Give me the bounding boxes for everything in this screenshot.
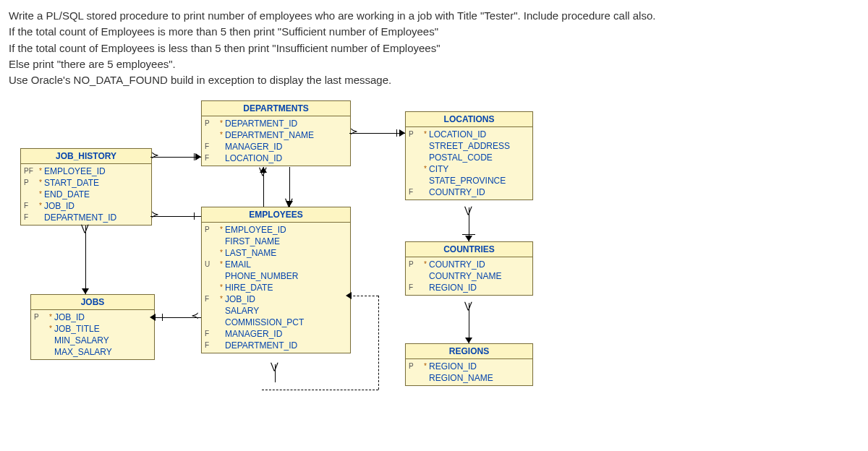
crowfoot-icon: ⋁ (285, 198, 293, 207)
mandatory-indicator: * (422, 361, 429, 372)
column-row: *LAST_NAME (202, 247, 350, 259)
column-name: JOB_ID (44, 200, 75, 212)
entity-body: P*COUNTRY_IDCOUNTRY_NAMEFREGION_ID (406, 257, 532, 295)
entity-title: DEPARTMENTS (202, 101, 350, 116)
column-name: HIRE_DATE (225, 282, 273, 293)
entity-title: COUNTRIES (406, 242, 532, 257)
key-indicator: F (409, 186, 422, 198)
entity-regions: REGIONS P*REGION_IDREGION_NAME (405, 343, 533, 386)
mandatory-indicator: * (218, 282, 225, 293)
arrow-icon (346, 292, 352, 299)
column-row: FMANAGER_ID (202, 141, 350, 153)
column-row: P*REGION_ID (406, 361, 532, 372)
entity-title: JOB_HISTORY (21, 149, 151, 164)
key-indicator: P (205, 118, 218, 129)
mandatory-indicator: * (218, 247, 225, 259)
column-name: EMPLOYEE_ID (225, 224, 286, 236)
column-row: SALARY (202, 305, 350, 317)
mandatory-indicator: * (37, 189, 44, 200)
column-row: *HIRE_DATE (202, 282, 350, 293)
connector (85, 226, 86, 294)
column-name: END_DATE (44, 189, 90, 200)
column-row: *DEPARTMENT_NAME (202, 129, 350, 141)
mandatory-indicator: * (37, 166, 44, 177)
column-row: P*START_DATE (21, 177, 151, 189)
entity-body: PF*EMPLOYEE_IDP*START_DATE*END_DATEF*JOB… (21, 164, 151, 225)
column-name: EMAIL (225, 259, 251, 270)
question-line: If the total count of Employees is more … (9, 25, 859, 39)
entity-countries: COUNTRIES P*COUNTRY_IDCOUNTRY_NAMEFREGIO… (405, 241, 533, 296)
entity-employees: EMPLOYEES P*EMPLOYEE_IDFIRST_NAME*LAST_N… (201, 207, 351, 353)
entity-jobs: JOBS P*JOB_ID*JOB_TITLEMIN_SALARYMAX_SAL… (30, 294, 155, 360)
column-row: PF*EMPLOYEE_ID (21, 166, 151, 177)
crowfoot-icon: ≻ (151, 151, 159, 160)
column-row: STREET_ADDRESS (406, 140, 532, 152)
arrow-icon (195, 153, 201, 160)
key-indicator: F (205, 153, 218, 164)
column-name: COUNTRY_ID (429, 259, 485, 270)
key-indicator: F (409, 282, 422, 293)
crowfoot-tick (396, 129, 397, 137)
column-name: REGION_ID (429, 282, 477, 293)
column-row: *JOB_TITLE (31, 323, 154, 335)
column-row: MAX_SALARY (31, 346, 154, 358)
mandatory-indicator: * (422, 259, 429, 270)
mandatory-indicator: * (47, 312, 54, 323)
arrow-icon (465, 236, 472, 241)
entity-title: EMPLOYEES (202, 207, 350, 223)
question-line: Else print "there are 5 employees". (9, 57, 859, 72)
key-indicator: PF (24, 166, 37, 177)
key-indicator: F (205, 141, 218, 153)
crowfoot-tick (194, 153, 195, 160)
entity-departments: DEPARTMENTS P*DEPARTMENT_ID*DEPARTMENT_N… (201, 100, 351, 166)
column-row: F*JOB_ID (21, 200, 151, 212)
column-row: POSTAL_CODE (406, 152, 532, 163)
column-name: LOCATION_ID (225, 153, 282, 164)
column-name: CITY (429, 163, 448, 175)
column-name: JOB_ID (225, 293, 255, 305)
column-name: MIN_SALARY (54, 335, 109, 346)
connector-dashed (262, 390, 378, 390)
key-indicator: P (205, 224, 218, 236)
column-row: P*DEPARTMENT_ID (202, 118, 350, 129)
mandatory-indicator: * (218, 293, 225, 305)
question-line: If the total count of Employees is less … (9, 41, 859, 56)
column-row: FCOUNTRY_ID (406, 186, 532, 198)
column-row: P*JOB_ID (31, 312, 154, 323)
column-row: U*EMAIL (202, 259, 350, 270)
column-name: COUNTRY_ID (429, 186, 485, 198)
mandatory-indicator: * (47, 323, 54, 335)
column-row: COUNTRY_NAME (406, 270, 532, 282)
key-indicator: U (205, 259, 218, 270)
key-indicator: P (409, 361, 422, 372)
entity-locations: LOCATIONS P*LOCATION_IDSTREET_ADDRESSPOS… (405, 111, 533, 200)
connector-dashed (378, 296, 379, 390)
column-name: EMPLOYEE_ID (44, 166, 106, 177)
mandatory-indicator: * (218, 224, 225, 236)
column-name: MANAGER_ID (225, 328, 282, 340)
key-indicator: F (24, 200, 37, 212)
entity-body: P*EMPLOYEE_IDFIRST_NAME*LAST_NAMEU*EMAIL… (202, 223, 350, 353)
column-name: DEPARTMENT_NAME (225, 129, 314, 141)
mandatory-indicator: * (37, 177, 44, 189)
arrow-icon (260, 167, 267, 173)
column-name: DEPARTMENT_ID (225, 118, 297, 129)
column-row: FREGION_ID (406, 282, 532, 293)
column-name: MAX_SALARY (54, 346, 112, 358)
column-row: MIN_SALARY (31, 335, 154, 346)
column-row: FDEPARTMENT_ID (202, 340, 350, 351)
question-line: Use Oracle's NO_DATA_FOUND build in exce… (9, 73, 859, 87)
crowfoot-icon: ≻ (151, 210, 159, 219)
column-row: *END_DATE (21, 189, 151, 200)
crowfoot-icon: ≻ (350, 127, 358, 136)
crowfoot-icon: ⋁ (81, 224, 89, 233)
column-name: REGION_NAME (429, 372, 493, 384)
crowfoot-tick (162, 314, 163, 321)
column-name: REGION_ID (429, 361, 477, 372)
question-text: Write a PL/SQL stored procedure to print… (9, 9, 859, 87)
key-indicator: F (205, 340, 218, 351)
column-row: FLOCATION_ID (202, 153, 350, 164)
entity-title: REGIONS (406, 344, 532, 359)
column-name: COUNTRY_NAME (429, 270, 501, 282)
mandatory-indicator: * (218, 259, 225, 270)
